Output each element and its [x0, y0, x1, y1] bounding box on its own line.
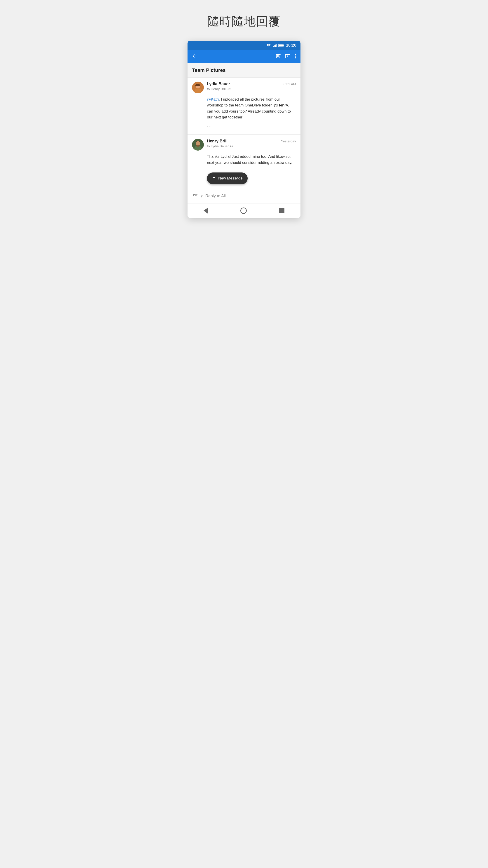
email-meta-henry: Henry Brill Yesterday to Lydia Bauer +2 … [207, 139, 296, 148]
svg-rect-3 [275, 44, 275, 47]
email-more-lydia[interactable]: ⋮ [292, 87, 296, 91]
page-heading: 隨時隨地回覆 [207, 13, 281, 29]
email-meta-top-henry: Henry Brill Yesterday [207, 139, 296, 144]
nav-back-button[interactable] [203, 208, 208, 214]
email-meta-top-lydia: Lydia Bauer 8:31 AM [207, 82, 296, 86]
nav-square-icon [279, 208, 285, 213]
time-henry: Yesterday [281, 139, 296, 143]
svg-point-0 [268, 46, 269, 47]
fab-down-icon [212, 175, 216, 182]
mention-katri: @Katri [207, 97, 219, 101]
henry-body-text: Thanks Lydia! Just added mine too. And l… [207, 154, 292, 164]
mention-henry: @Henry [273, 103, 288, 107]
recipients-lydia: to Henry Brill +2 [207, 87, 231, 91]
toolbar-actions [275, 53, 296, 60]
nav-recent-button[interactable] [279, 208, 285, 213]
more-options-button[interactable] [295, 53, 296, 60]
nav-home-icon [240, 208, 247, 214]
recipients-henry: to Lydia Bauer +2 [207, 144, 233, 148]
status-time: 10:28 [286, 43, 296, 48]
nav-back-icon [203, 208, 208, 214]
svg-point-9 [295, 54, 296, 55]
ellipsis-lydia: ··· [207, 123, 296, 130]
svg-rect-2 [274, 45, 274, 47]
sender-lydia: Lydia Bauer [207, 82, 230, 86]
nav-home-button[interactable] [240, 208, 247, 214]
email-meta-bottom-henry: to Lydia Bauer +2 ⋮ [207, 144, 296, 148]
reply-dropdown-icon[interactable]: ▾ [201, 194, 203, 199]
signal-icon [273, 43, 276, 47]
svg-point-11 [295, 57, 296, 58]
email-item-henry: Henry Brill Yesterday to Lydia Bauer +2 … [188, 135, 300, 189]
back-button[interactable] [192, 53, 197, 60]
email-item-lydia: Lydia Bauer 8:31 AM to Henry Brill +2 ⋮ … [188, 78, 300, 135]
email-subject: Team Pictures [192, 67, 226, 73]
svg-rect-4 [276, 43, 276, 47]
email-meta-bottom-lydia: to Henry Brill +2 ⋮ [207, 87, 296, 91]
svg-rect-1 [273, 46, 273, 47]
email-body-lydia: @Katri, I uploaded all the pictures from… [207, 96, 296, 130]
nav-bar [188, 203, 300, 218]
reply-all-icon [192, 193, 198, 199]
archive-button[interactable] [285, 53, 291, 60]
avatar-henry [192, 139, 204, 151]
wifi-icon [266, 43, 271, 47]
email-header-lydia: Lydia Bauer 8:31 AM to Henry Brill +2 ⋮ [192, 82, 296, 93]
page-wrapper: 隨時隨地回覆 [183, 13, 305, 218]
fab-label: New Message [218, 176, 242, 181]
svg-point-10 [295, 55, 296, 57]
new-message-fab[interactable]: New Message [207, 173, 248, 184]
sender-henry: Henry Brill [207, 139, 228, 144]
toolbar [188, 50, 300, 63]
status-bar: 10:28 [188, 41, 300, 50]
svg-rect-18 [214, 176, 214, 178]
svg-rect-6 [279, 44, 283, 46]
email-more-henry[interactable]: ⋮ [292, 144, 296, 148]
subject-bar: Team Pictures [188, 63, 300, 78]
status-icons: 10:28 [266, 43, 296, 48]
battery-icon [278, 44, 284, 47]
email-body-henry: Thanks Lydia! Just added mine too. And l… [207, 154, 296, 184]
reply-bar: ▾ Reply to All [188, 189, 300, 203]
delete-button[interactable] [275, 53, 281, 60]
phone-frame: 10:28 [188, 41, 300, 218]
time-lydia: 8:31 AM [284, 82, 296, 86]
email-header-henry: Henry Brill Yesterday to Lydia Bauer +2 … [192, 139, 296, 151]
email-meta-lydia: Lydia Bauer 8:31 AM to Henry Brill +2 ⋮ [207, 82, 296, 91]
avatar-lydia [192, 82, 204, 93]
reply-all-label: Reply to All [205, 194, 226, 198]
svg-rect-7 [283, 45, 284, 46]
